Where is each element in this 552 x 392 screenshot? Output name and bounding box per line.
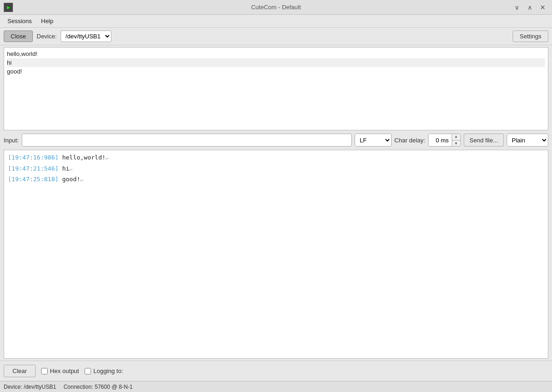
device-select[interactable]: /dev/ttyUSB1 [61, 31, 111, 42]
send-file-button[interactable]: Send file... [464, 134, 504, 147]
log-text: hello,world! [62, 154, 105, 161]
char-delay-spinner: ▲ ▼ [428, 134, 461, 147]
logging-to-checkbox-group[interactable]: Logging to: [85, 368, 123, 374]
logging-to-label: Logging to: [93, 368, 123, 374]
log-text: good! [62, 176, 80, 183]
device-label: Device: [37, 33, 56, 40]
titlebar-left: ▶ [4, 3, 13, 12]
minimize-button[interactable]: ∨ [511, 2, 522, 13]
hex-output-checkbox[interactable] [41, 368, 48, 374]
main-area: hello,world! hi good! Input: LF CR CR+LF… [0, 45, 552, 361]
log-line: [19:47:21:546] hi↵ [8, 164, 544, 173]
window-controls: ∨ ∧ ✕ [511, 2, 548, 13]
toolbar: Close Device: /dev/ttyUSB1 Settings [0, 28, 552, 45]
hex-output-label: Hex output [50, 368, 79, 374]
output-line: good! [7, 67, 545, 76]
plain-select[interactable]: Plain Hex [507, 134, 548, 147]
input-label: Input: [4, 137, 19, 144]
settings-button[interactable]: Settings [513, 31, 548, 42]
close-button[interactable]: Close [4, 31, 33, 42]
log-timestamp: [19:47:16:986] [8, 154, 59, 161]
maximize-button[interactable]: ∧ [524, 2, 535, 13]
close-window-button[interactable]: ✕ [537, 2, 548, 13]
log-area: [19:47:16:986] hello,world!↵ [19:47:21:5… [4, 150, 548, 359]
spin-down-button[interactable]: ▼ [452, 140, 460, 147]
log-timestamp: [19:47:21:546] [8, 165, 59, 172]
menu-help[interactable]: Help [37, 17, 57, 25]
clear-button[interactable]: Clear [4, 365, 36, 377]
log-cr: ↵ [80, 177, 84, 183]
app-icon: ▶ [4, 3, 13, 12]
bottom-bar: Clear Hex output Logging to: [0, 361, 552, 381]
log-cr: ↵ [105, 155, 109, 161]
output-line: hi [7, 58, 545, 67]
status-device: Device: /dev/ttyUSB1 [4, 384, 56, 390]
char-delay-input[interactable] [429, 134, 452, 146]
hex-output-checkbox-group[interactable]: Hex output [41, 368, 79, 374]
menu-sessions[interactable]: Sessions [4, 17, 36, 25]
window-title: CuteCom - Default [251, 4, 301, 11]
text-input[interactable] [22, 134, 352, 147]
status-connection: Connection: 57600 @ 8-N-1 [63, 384, 133, 390]
output-line: hello,world! [7, 49, 545, 58]
titlebar: ▶ CuteCom - Default ∨ ∧ ✕ [0, 0, 552, 15]
log-line: [19:47:16:986] hello,world!↵ [8, 153, 544, 162]
statusbar: Device: /dev/ttyUSB1 Connection: 57600 @… [0, 381, 552, 392]
log-text: hi [62, 165, 69, 172]
log-line: [19:47:25:818] good!↵ [8, 175, 544, 184]
spin-up-button[interactable]: ▲ [452, 134, 460, 140]
lf-select[interactable]: LF CR CR+LF None [355, 134, 392, 147]
input-row: Input: LF CR CR+LF None Char delay: ▲ ▼ … [4, 132, 548, 148]
char-delay-label: Char delay: [394, 137, 425, 144]
spin-buttons: ▲ ▼ [452, 134, 460, 147]
menubar: Sessions Help [0, 15, 552, 28]
logging-to-checkbox[interactable] [85, 368, 91, 374]
output-area: hello,world! hi good! [4, 47, 548, 130]
log-cr: ↵ [69, 166, 73, 172]
log-timestamp: [19:47:25:818] [8, 176, 59, 183]
